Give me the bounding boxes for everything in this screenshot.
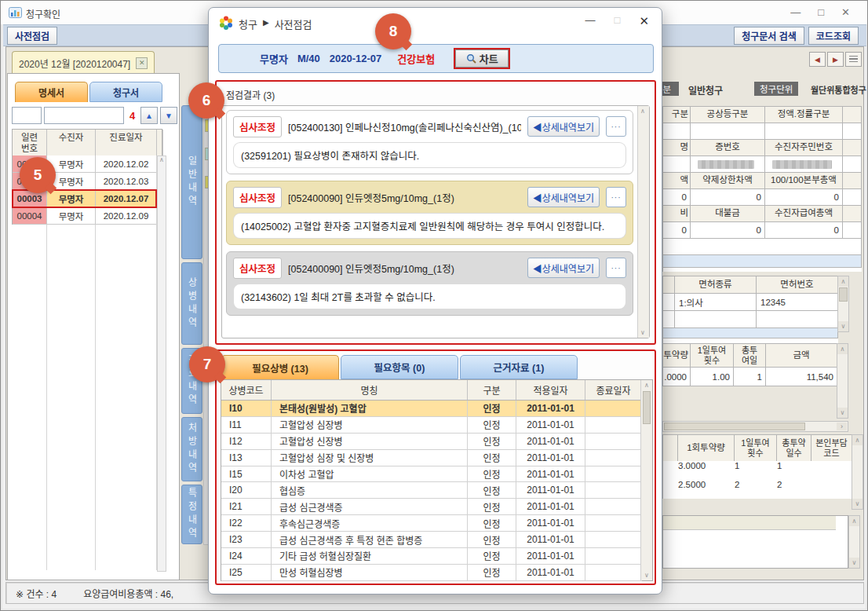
disease-row[interactable]: I15 이차성 고혈압 인정 2011-01-01 <box>221 466 652 483</box>
search-input-small[interactable] <box>12 107 42 124</box>
dialog-close-icon[interactable]: ✕ <box>639 14 649 28</box>
claim-doc-search-button[interactable]: 청구문서 검색 <box>734 27 804 45</box>
redacted-value <box>765 156 843 173</box>
code-lookup-button[interactable]: 코드조회 <box>808 27 859 45</box>
patient-name: 무명자 <box>260 51 288 66</box>
drug-code-name: [052400130] 인페나신정10mg(솔리페나신숙신산염)_(10m <box>288 119 521 134</box>
maximize-icon[interactable]: □ <box>818 6 824 18</box>
move-up-icon[interactable]: ▲ <box>140 107 158 124</box>
patient-list-scrollbar[interactable]: ∧ <box>157 155 166 572</box>
check-results-list: ∧ ∨ 심사조정 [052400130] 인페나신정10mg(솔리페나신숙신산염… <box>221 105 650 338</box>
scroll-up-icon[interactable]: ∧ <box>644 382 649 389</box>
scroll-right-icon[interactable]: › <box>837 423 847 430</box>
claim-unit-value: 월단위통합청구 <box>811 83 866 96</box>
breadcrumb-arrow-icon: ▶ <box>263 16 269 31</box>
license-scrollbar[interactable]: ∧ ∨ <box>837 276 849 332</box>
scroll-up-icon[interactable]: ∧ <box>838 276 848 287</box>
claim-unit-badge: 청구단위 <box>754 82 798 96</box>
memo-panel <box>662 515 848 569</box>
disease-row[interactable]: I24 기타 급성 허혈심장질환 인정 2011-01-01 <box>221 548 652 565</box>
patient-sex-age: M/40 <box>297 53 320 64</box>
disease-row[interactable]: I12 고혈압성 신장병 인정 2011-01-01 <box>221 434 652 450</box>
scroll-up-icon[interactable]: ∧ <box>849 516 859 526</box>
tab-claim[interactable]: 청구서 <box>89 82 162 102</box>
scroll-down-icon[interactable]: ∨ <box>852 499 863 509</box>
horizontal-scrollbar[interactable]: › <box>662 421 848 432</box>
dialog-minimize-icon[interactable]: — <box>585 14 596 28</box>
app-flower-icon <box>219 16 233 30</box>
scroll-down-icon[interactable]: ∨ <box>640 329 645 336</box>
memo-scrollbar[interactable]: ∧ ∨ <box>848 515 860 569</box>
view-detail-button[interactable]: ◀상세내역보기 <box>527 258 600 278</box>
minimize-icon[interactable]: — <box>790 6 801 18</box>
tab-required-item[interactable]: 필요항목 (0) <box>341 355 458 379</box>
scroll-down-icon[interactable]: ∨ <box>838 321 848 331</box>
drug-code-name: [052400090] 인듀엣정5mg/10mg_(1정) <box>288 261 521 276</box>
result-count: 4 <box>129 110 135 122</box>
page-list-icon[interactable] <box>845 52 862 67</box>
disease-row[interactable]: I20 협심증 인정 2011-01-01 <box>221 482 652 499</box>
tab-close-icon[interactable]: ✕ <box>136 57 148 69</box>
disease-table-body: I10 본태성(원발성) 고혈압 인정 2011-01-01 I11 고혈압성 … <box>221 401 652 581</box>
chart-button[interactable]: 차트 <box>454 48 510 69</box>
check-result-item: 심사조정 [052400090] 인듀엣정5mg/10mg_(1정) ◀상세내역… <box>226 251 633 316</box>
scroll-down-icon[interactable]: ∨ <box>849 558 859 568</box>
scroll-up-icon[interactable]: ∧ <box>159 156 164 163</box>
dialog-maximize-icon: □ <box>615 14 621 28</box>
scroll-up-icon[interactable]: ∧ <box>640 108 645 115</box>
dialog-titlebar: 청구 ▶ 사전점검 — □ ✕ <box>209 8 662 38</box>
adjustment-badge: 심사조정 <box>233 258 282 279</box>
more-button[interactable]: ··· <box>606 116 626 137</box>
disease-row[interactable]: I21 급성 심근경색증 인정 2011-01-01 <box>221 499 652 515</box>
precheck-button[interactable]: 사전점검 <box>7 27 57 45</box>
section-tab[interactable]: 처방내역 <box>181 417 202 481</box>
scroll-down-icon[interactable]: ∨ <box>837 408 848 418</box>
dose-detail-rows: 3.0000 1 1 2.5000 2 2 <box>662 461 852 499</box>
disease-row[interactable]: I13 고혈압성 심장 및 신장병 인정 2011-01-01 <box>221 450 652 466</box>
dose-detail-scrollbar[interactable]: ∧ ∨ <box>852 434 863 510</box>
claim-info-table: 구분 공상등구분 정액.정률구분 명 증번호 수진자주민번호 액 약제상한차액 … <box>662 106 862 272</box>
search-input[interactable] <box>44 107 124 124</box>
section-tab[interactable]: 일반내역 <box>181 105 202 259</box>
view-detail-button[interactable]: ◀상세내역보기 <box>527 116 600 137</box>
disease-row[interactable]: I11 고혈압성 심장병 인정 2011-01-01 <box>221 417 652 434</box>
view-detail-button[interactable]: ◀상세내역보기 <box>527 187 600 207</box>
col-visit-date: 진료일자 <box>96 130 157 157</box>
more-button[interactable]: ··· <box>606 187 626 207</box>
scroll-up-icon[interactable]: ∧ <box>852 435 863 445</box>
patient-row[interactable]: 00004 무명자 2020.12.09 <box>13 207 156 225</box>
adjustment-badge: 심사조정 <box>233 116 282 137</box>
page-next-icon[interactable]: ▶ <box>827 52 844 67</box>
scroll-down-icon[interactable]: ∨ <box>644 572 649 579</box>
section-tab[interactable]: 특정내역 <box>181 485 202 544</box>
disease-scrollbar[interactable]: ∧ ∨ <box>640 380 652 580</box>
disease-row[interactable]: I22 후속심근경색증 인정 2011-01-01 <box>221 515 652 532</box>
check-results-section: 점검결과 (3) ∧ ∨ 심사조정 [052400130] 인페나신정10mg(… <box>215 80 656 345</box>
document-tab[interactable]: 2020년 12월 [2020120047] ✕ <box>12 51 155 74</box>
patient-visit-date: 2020-12-07 <box>330 53 382 64</box>
tab-statement[interactable]: 명세서 <box>15 82 88 102</box>
more-button[interactable]: ··· <box>606 258 626 278</box>
check-message: (14025002) 고혈압 환자중 고지혈증치료제 일반원칙에 해당하는 경우… <box>233 213 626 239</box>
disease-row[interactable]: I10 본태성(원발성) 고혈압 인정 2011-01-01 <box>221 401 652 417</box>
disease-row[interactable]: I25 만성 허혈심장병 인정 2011-01-01 <box>221 565 652 581</box>
scroll-up-icon[interactable]: ∧ <box>837 344 848 354</box>
search-icon <box>466 53 476 64</box>
section-tab-strip: 일반내역 상병내역 진료내역 처방내역 특정내역 <box>181 73 203 580</box>
status-count: ※ 건수 : 4 <box>16 587 57 600</box>
dose-detail-table: 1회투약량 1일투여 횟수 총투약 일수 본인부담 코드 <box>662 434 852 462</box>
drug-code-name: [052400090] 인듀엣정5mg/10mg_(1정) <box>288 190 521 205</box>
page-prev-icon[interactable]: ◀ <box>809 52 826 67</box>
document-tab-label: 2020년 12월 [2020120047] <box>19 57 130 70</box>
move-down-icon[interactable]: ▼ <box>160 107 177 124</box>
results-scrollbar[interactable]: ∧ ∨ <box>637 106 649 338</box>
close-icon[interactable]: ✕ <box>841 6 850 18</box>
col-patient: 수진자 <box>47 130 96 157</box>
tab-evidence[interactable]: 근거자료 (1) <box>460 355 578 379</box>
dose-summary-scrollbar[interactable]: ∧ ∨ <box>837 343 848 419</box>
callout-circle: 5 <box>20 157 56 193</box>
section-tab[interactable]: 상병내역 <box>181 262 202 345</box>
disease-row[interactable]: I23 급성 심근경색증 후 특정 현존 합병증 인정 2011-01-01 <box>221 532 652 548</box>
redacted-value <box>691 156 765 173</box>
tab-required-disease[interactable]: 필요상병 (13) <box>221 355 339 379</box>
